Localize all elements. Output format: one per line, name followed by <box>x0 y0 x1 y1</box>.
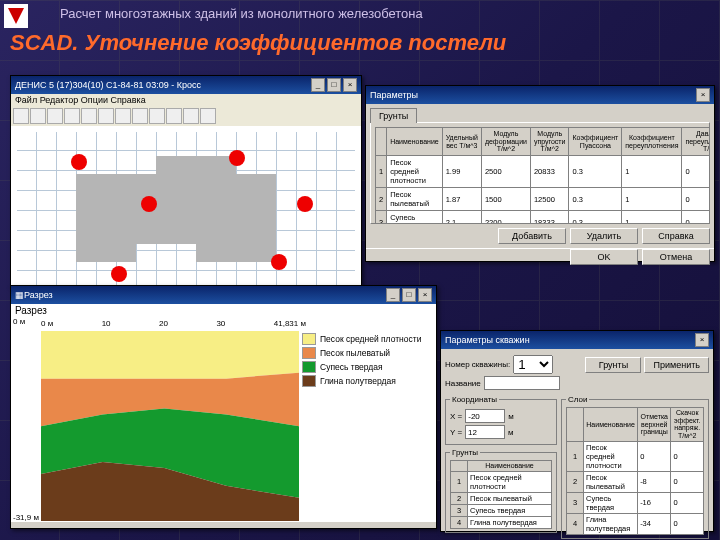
section-layers-svg <box>41 331 299 521</box>
borehole-number-label: Номер скважины: <box>445 360 510 369</box>
close-button[interactable]: × <box>418 288 432 302</box>
soils-list-table[interactable]: Наименование1Песок средней плотности2Пес… <box>450 460 552 529</box>
tab-soils[interactable]: Грунты <box>370 108 417 123</box>
scad-logo-icon <box>4 4 28 28</box>
plan-menubar[interactable]: Файл Редактор Опции Справка <box>11 94 361 106</box>
soils-group: Грунты Наименование1Песок средней плотно… <box>445 448 557 533</box>
layers-table[interactable]: НаименованиеОтметка верхней границыСкачо… <box>566 407 704 535</box>
y-top-label: 0 м <box>13 317 25 326</box>
minimize-button[interactable]: _ <box>311 78 325 92</box>
section-plot: 0 м10203041,831 м 0 м -31,9 м Песок сред… <box>11 317 436 522</box>
name-input[interactable] <box>484 376 560 390</box>
delete-button[interactable]: Удалить <box>570 228 638 244</box>
slide-title: SCAD. Уточнение коэффициентов постели <box>10 30 506 56</box>
coords-group: Координаты X =м Y =м <box>445 395 557 445</box>
y-input[interactable] <box>465 425 505 439</box>
soils-button[interactable]: Грунты <box>585 357 641 373</box>
borehole-number-select[interactable]: 1 <box>513 355 553 374</box>
add-button[interactable]: Добавить <box>498 228 566 244</box>
section-legend: Песок средней плотностиПесок пылеватыйСу… <box>302 331 432 389</box>
borehole-marker[interactable] <box>297 196 313 212</box>
borehole-marker[interactable] <box>111 266 127 282</box>
borehole-params-title: Параметры скважин <box>445 335 530 345</box>
ok-button[interactable]: OK <box>570 249 638 265</box>
borehole-marker[interactable] <box>229 150 245 166</box>
name-label: Название <box>445 379 481 388</box>
soil-params-window: Параметры × Грунты НаименованиеУдельный … <box>365 85 715 262</box>
section-window: ▦ Разрез _ □ × Разрез 0 м10203041,831 м … <box>10 285 437 529</box>
slide-subtitle: Расчет многоэтажных зданий из монолитног… <box>60 6 423 21</box>
help-button[interactable]: Справка <box>642 228 710 244</box>
plan-canvas[interactable] <box>11 126 361 296</box>
maximize-button[interactable]: □ <box>327 78 341 92</box>
plan-titlebar[interactable]: ДЕНИС 5 (17)304(10) С1-84-81 03:09 - Кро… <box>11 76 361 94</box>
layers-group: Слои НаименованиеОтметка верхней границы… <box>561 395 709 539</box>
cancel-button[interactable]: Отмена <box>642 249 710 265</box>
minimize-button[interactable]: _ <box>386 288 400 302</box>
x-axis-ticks: 0 м10203041,831 м <box>41 319 306 329</box>
plan-window: ДЕНИС 5 (17)304(10) С1-84-81 03:09 - Кро… <box>10 75 362 287</box>
borehole-marker[interactable] <box>71 154 87 170</box>
y-bottom-label: -31,9 м <box>13 513 39 522</box>
apply-button[interactable]: Применить <box>644 357 709 373</box>
plan-window-title: ДЕНИС 5 (17)304(10) С1-84-81 03:09 - Кро… <box>15 80 201 90</box>
close-button[interactable]: × <box>696 88 710 102</box>
section-subheader: Разрез <box>11 304 436 317</box>
plan-toolbar[interactable] <box>11 106 361 126</box>
soil-table[interactable]: НаименованиеУдельный вес Т/м^3Модуль деф… <box>375 127 710 224</box>
soil-params-title: Параметры <box>370 90 418 100</box>
section-title-icon: ▦ <box>15 290 24 300</box>
borehole-marker[interactable] <box>271 254 287 270</box>
borehole-params-titlebar[interactable]: Параметры скважин × <box>441 331 713 349</box>
soil-params-titlebar[interactable]: Параметры × <box>366 86 714 104</box>
maximize-button[interactable]: □ <box>402 288 416 302</box>
borehole-marker[interactable] <box>141 196 157 212</box>
close-button[interactable]: × <box>695 333 709 347</box>
borehole-params-window: Параметры скважин × Номер скважины: 1 Гр… <box>440 330 714 532</box>
svg-marker-0 <box>41 331 299 379</box>
x-input[interactable] <box>465 409 505 423</box>
section-window-title: Разрез <box>24 290 53 300</box>
section-titlebar[interactable]: ▦ Разрез _ □ × <box>11 286 436 304</box>
close-button[interactable]: × <box>343 78 357 92</box>
